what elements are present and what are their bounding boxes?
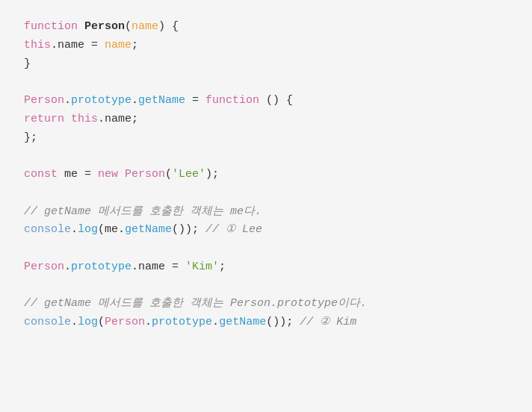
method-getname-2: getName xyxy=(125,223,172,236)
comment-2: // ① Lee xyxy=(205,223,262,236)
code-line-5: Person.prototype.getName = function () { xyxy=(24,92,508,110)
code-line-10 xyxy=(24,184,508,203)
code-line-16: // getName 메서드를 호출한 객체는 Person.prototype… xyxy=(24,295,508,313)
function-name: Person xyxy=(84,20,125,33)
comment-3: // getName 메서드를 호출한 객체는 Person.prototype… xyxy=(24,297,367,310)
keyword-prototype: prototype xyxy=(71,94,132,107)
code-line-4 xyxy=(24,73,508,92)
method-log: log xyxy=(78,223,98,236)
prototype-ref: prototype xyxy=(71,260,132,273)
property-name-2: name xyxy=(105,113,132,125)
string-kim: 'Kim' xyxy=(185,260,219,273)
code-line-7: }; xyxy=(24,129,508,148)
code-line-8 xyxy=(24,147,508,166)
keyword-const: const xyxy=(24,168,58,181)
comment-1: // getName 메서드를 호출한 객체는 me다. xyxy=(24,205,262,218)
method-getname: getName xyxy=(138,94,185,107)
code-line-3: } xyxy=(24,55,508,74)
code-line-14: Person.prototype.name = 'Kim'; xyxy=(24,258,508,277)
keyword-new: new xyxy=(98,168,118,181)
code-line-1: function Person(name) { xyxy=(24,18,508,37)
keyword-return: return xyxy=(24,113,64,125)
var-name: name xyxy=(105,39,132,52)
console-obj-2: console xyxy=(24,316,71,328)
property-name: name xyxy=(58,39,84,52)
keyword-this: this xyxy=(24,39,51,52)
code-line-15 xyxy=(24,277,508,296)
string-lee: 'Lee' xyxy=(172,168,205,181)
class-person-2: Person xyxy=(125,168,165,181)
keyword-function-2: function xyxy=(205,94,259,107)
code-line-12: console.log(me.getName()); // ① Lee xyxy=(24,221,508,240)
keyword-function: function xyxy=(24,20,78,33)
param-name: name xyxy=(132,20,158,33)
code-line-2: this.name = name; xyxy=(24,37,508,55)
comment-4: // ② Kim xyxy=(300,316,356,328)
code-viewer: function Person(name) { this.name = name… xyxy=(0,0,532,412)
code-line-11: // getName 메서드를 호출한 객체는 me다. xyxy=(24,203,508,222)
code-line-6: return this.name; xyxy=(24,110,508,129)
class-person: Person xyxy=(24,94,64,107)
class-person-4: Person xyxy=(105,316,145,328)
property-name-3: name xyxy=(138,260,165,273)
method-getname-3: getName xyxy=(219,316,266,328)
prototype-ref-2: prototype xyxy=(152,316,212,328)
keyword-this-2: this xyxy=(71,113,98,125)
code-line-17: console.log(Person.prototype.getName());… xyxy=(24,313,508,332)
method-log-2: log xyxy=(78,316,98,328)
class-person-3: Person xyxy=(24,260,64,273)
console-obj: console xyxy=(24,223,71,236)
code-line-13 xyxy=(24,240,508,258)
code-line-9: const me = new Person('Lee'); xyxy=(24,166,508,184)
